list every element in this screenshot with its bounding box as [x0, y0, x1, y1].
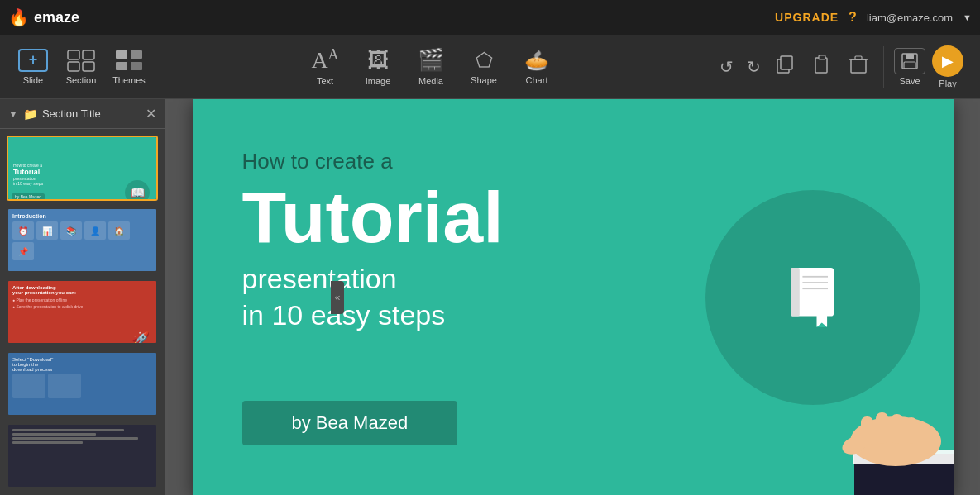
- slide-subtitle: How to create a: [242, 149, 504, 174]
- chart-tool-icon: 🥧: [524, 49, 549, 72]
- slide-tool[interactable]: + Slide: [17, 49, 50, 85]
- shape-label: Shape: [471, 75, 497, 85]
- slide-thumbnail-1[interactable]: How to create a Tutorial presentation in…: [7, 136, 158, 201]
- slide-circle: [705, 190, 920, 405]
- play-icon: ▶: [932, 45, 963, 77]
- svg-rect-10: [815, 58, 827, 73]
- media-label: Media: [418, 76, 443, 86]
- image-label: Image: [366, 76, 391, 86]
- sidebar-title-row: ▼ 📁 Section Title: [8, 107, 101, 121]
- slide-thumbnail-5[interactable]: 5: [7, 423, 158, 488]
- slide-1-text: How to create a Tutorial presentation in…: [13, 163, 43, 186]
- media-tool-icon: 🎬: [418, 47, 444, 73]
- paste-button[interactable]: [807, 50, 837, 83]
- svg-rect-0: [68, 50, 79, 59]
- slide-1-content: How to create a Tutorial presentation in…: [8, 137, 156, 201]
- svg-rect-7: [131, 62, 142, 70]
- play-label: Play: [939, 79, 956, 88]
- sidebar-header: ▼ 📁 Section Title ✕: [0, 99, 165, 129]
- main: ▼ 📁 Section Title ✕ How to create a Tuto…: [0, 99, 980, 495]
- svg-rect-11: [819, 55, 825, 59]
- themes-label: Themes: [112, 75, 146, 85]
- user-email[interactable]: liam@emaze.com: [867, 12, 953, 24]
- svg-rect-1: [83, 50, 94, 59]
- save-button[interactable]: Save: [894, 48, 925, 86]
- chart-tool[interactable]: 🥧 Chart: [520, 49, 553, 85]
- add-slide-icon: +: [18, 49, 48, 72]
- svg-rect-29: [861, 416, 873, 445]
- slides-list: How to create a Tutorial presentation in…: [0, 129, 165, 495]
- play-button-wrap[interactable]: ▶ Play: [932, 45, 963, 88]
- text-tool[interactable]: AA Text: [308, 47, 342, 85]
- help-button[interactable]: ?: [849, 10, 857, 25]
- sidebar-folder-icon: 📁: [23, 107, 37, 121]
- topbar-right: UPGRADE ? liam@emaze.com ▼: [775, 10, 972, 25]
- section-tool[interactable]: Section: [65, 49, 98, 85]
- svg-rect-19: [791, 268, 800, 317]
- slide-5-content: 5: [8, 425, 156, 488]
- svg-rect-2: [68, 62, 79, 71]
- hand-illustration: [805, 379, 954, 495]
- media-tool[interactable]: 🎬 Media: [414, 47, 447, 86]
- canvas-area: « How to create a Tutorial presentation …: [165, 99, 980, 495]
- svg-rect-31: [891, 414, 903, 444]
- svg-rect-9: [781, 56, 792, 69]
- sidebar-close-button[interactable]: ✕: [146, 106, 156, 121]
- slide-3-content: After downloadingyour presentation you c…: [8, 281, 156, 345]
- svg-rect-12: [851, 59, 866, 73]
- slide-2-content: Introduction ⏰ 📊 📚 👤 🏠 📌 2: [8, 209, 156, 273]
- book-icon: [772, 260, 854, 335]
- image-tool[interactable]: 🖼 Image: [361, 47, 394, 86]
- delete-button[interactable]: [844, 50, 873, 83]
- save-label: Save: [899, 76, 920, 86]
- upgrade-button[interactable]: UPGRADE: [775, 11, 839, 24]
- user-dropdown-arrow-icon[interactable]: ▼: [963, 12, 972, 22]
- section-label: Section: [66, 75, 97, 85]
- themes-icon: [114, 49, 144, 72]
- section-icon: [66, 49, 96, 72]
- slide-thumbnail-4[interactable]: Select "Download"to begin thedownload pr…: [7, 351, 158, 416]
- svg-rect-5: [131, 50, 142, 59]
- sidebar: ▼ 📁 Section Title ✕ How to create a Tuto…: [0, 99, 165, 495]
- redo-button[interactable]: ↻: [743, 54, 764, 80]
- topbar: 🔥 emaze UPGRADE ? liam@emaze.com ▼: [0, 0, 980, 35]
- sidebar-collapse-arrow-icon[interactable]: ▼: [8, 108, 18, 120]
- svg-rect-32: [906, 417, 917, 444]
- svg-rect-14: [855, 56, 862, 59]
- emaze-logo: 🔥 emaze: [8, 7, 79, 27]
- themes-tool[interactable]: Themes: [112, 49, 146, 85]
- topbar-left: 🔥 emaze: [8, 7, 79, 27]
- slide-subtitle2-line1: presentation: [242, 263, 397, 294]
- slide-thumbnail-3[interactable]: After downloadingyour presentation you c…: [7, 279, 158, 345]
- svg-rect-16: [906, 54, 914, 59]
- copy-button[interactable]: [771, 50, 801, 83]
- save-icon: [894, 48, 925, 74]
- collapse-sidebar-button[interactable]: «: [331, 281, 344, 314]
- slide-1-book-icon: 📖: [125, 180, 150, 201]
- slide-4-content: Select "Download"to begin thedownload pr…: [8, 353, 156, 416]
- toolbar-divider: [883, 46, 884, 88]
- svg-rect-30: [876, 412, 888, 444]
- slide-subtitle2: presentation in 10 easy steps: [242, 260, 504, 333]
- toolbar-left: + Slide Section: [17, 49, 146, 85]
- shape-tool[interactable]: ⬠ Shape: [467, 49, 500, 85]
- chart-label: Chart: [526, 75, 548, 85]
- app-name: emaze: [34, 9, 79, 26]
- slide-text-block: How to create a Tutorial presentation in…: [242, 149, 504, 333]
- slide-canvas[interactable]: How to create a Tutorial presentation in…: [193, 99, 954, 495]
- image-tool-icon: 🖼: [367, 47, 389, 73]
- svg-rect-17: [904, 62, 915, 69]
- shape-tool-icon: ⬠: [476, 49, 493, 72]
- svg-rect-3: [83, 62, 94, 71]
- book-icon-wrapper: [772, 260, 854, 335]
- text-label: Text: [317, 76, 333, 86]
- svg-rect-6: [116, 62, 127, 70]
- text-tool-icon: AA: [311, 47, 338, 72]
- slide-label: Slide: [23, 75, 43, 85]
- undo-button[interactable]: ↺: [716, 54, 737, 80]
- logo-flame-icon: 🔥: [8, 7, 29, 27]
- slide-main-title: Tutorial: [242, 181, 504, 254]
- slide-thumbnail-2[interactable]: Introduction ⏰ 📊 📚 👤 🏠 📌 2: [7, 207, 158, 273]
- slide-author-button[interactable]: by Bea Mazed: [242, 401, 458, 445]
- toolbar-center: AA Text 🖼 Image 🎬 Media ⬠ Shape 🥧 Chart: [308, 47, 553, 86]
